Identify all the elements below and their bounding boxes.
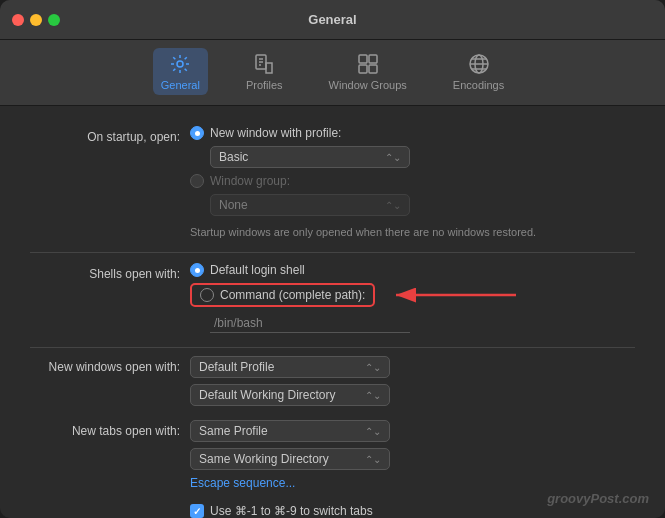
window-group-select-label: None xyxy=(219,198,248,212)
new-windows-dir-arrow: ⌃⌄ xyxy=(365,390,381,401)
window-group-select[interactable]: None ⌃⌄ xyxy=(210,194,410,216)
new-windows-dir-label: Default Working Directory xyxy=(199,388,336,402)
shells-controls: Default login shell Command (complete pa… xyxy=(190,263,635,333)
new-windows-controls: Default Profile ⌃⌄ Default Working Direc… xyxy=(190,356,635,406)
escape-sequence-link[interactable]: Escape sequence... xyxy=(190,476,635,490)
window-group-select-container: None ⌃⌄ xyxy=(190,194,635,216)
profile-select-label: Basic xyxy=(219,150,248,164)
command-path-container xyxy=(190,313,635,333)
startup-row: On startup, open: New window with profil… xyxy=(30,126,635,238)
new-tabs-label: New tabs open with: xyxy=(30,420,190,438)
new-windows-profile-arrow: ⌃⌄ xyxy=(365,362,381,373)
profiles-icon xyxy=(252,52,276,76)
default-login-radio[interactable] xyxy=(190,263,204,277)
red-arrow-icon xyxy=(386,280,526,310)
profile-select-arrow: ⌃⌄ xyxy=(385,152,401,163)
command-row: Command (complete path): xyxy=(190,283,635,307)
divider-2 xyxy=(30,347,635,348)
svg-rect-7 xyxy=(359,65,367,73)
new-tabs-dir-select[interactable]: Same Working Directory ⌃⌄ xyxy=(190,448,390,470)
shells-row: Shells open with: Default login shell Co… xyxy=(30,263,635,333)
tab-encodings-label: Encodings xyxy=(453,79,504,91)
encodings-icon xyxy=(467,52,491,76)
window-groups-icon xyxy=(356,52,380,76)
command-radio[interactable] xyxy=(200,288,214,302)
new-tabs-dir-label: Same Working Directory xyxy=(199,452,329,466)
startup-hint: Startup windows are only opened when the… xyxy=(190,226,570,238)
new-windows-label: New windows open with: xyxy=(30,356,190,374)
new-tabs-profile-select[interactable]: Same Profile ⌃⌄ xyxy=(190,420,390,442)
window-group-select-arrow: ⌃⌄ xyxy=(385,200,401,211)
svg-rect-8 xyxy=(369,65,377,73)
profile-select[interactable]: Basic ⌃⌄ xyxy=(210,146,410,168)
general-icon xyxy=(168,52,192,76)
minimize-button[interactable] xyxy=(30,14,42,26)
new-window-radio[interactable] xyxy=(190,126,204,140)
command-highlight-box: Command (complete path): xyxy=(190,283,375,307)
startup-label: On startup, open: xyxy=(30,126,190,144)
new-tabs-dir-arrow: ⌃⌄ xyxy=(365,454,381,465)
switch-tabs-label: Use ⌘-1 to ⌘-9 to switch tabs xyxy=(210,504,373,518)
svg-rect-6 xyxy=(369,55,377,63)
shells-label: Shells open with: xyxy=(30,263,190,281)
maximize-button[interactable] xyxy=(48,14,60,26)
startup-controls: New window with profile: Basic ⌃⌄ Window… xyxy=(190,126,635,238)
svg-rect-5 xyxy=(359,55,367,63)
titlebar: General xyxy=(0,0,665,40)
switch-tabs-empty-label xyxy=(30,504,190,508)
profile-select-container: Basic ⌃⌄ xyxy=(190,146,635,168)
tab-window-groups-label: Window Groups xyxy=(329,79,407,91)
content-area: On startup, open: New window with profil… xyxy=(0,106,665,518)
new-tabs-row: New tabs open with: Same Profile ⌃⌄ Same… xyxy=(30,420,635,490)
close-button[interactable] xyxy=(12,14,24,26)
new-windows-dir-select[interactable]: Default Working Directory ⌃⌄ xyxy=(190,384,390,406)
new-tabs-controls: Same Profile ⌃⌄ Same Working Directory ⌃… xyxy=(190,420,635,490)
toolbar: General Profiles xyxy=(0,40,665,106)
switch-tabs-checkbox[interactable] xyxy=(190,504,204,518)
new-window-option[interactable]: New window with profile: xyxy=(190,126,635,140)
new-windows-row: New windows open with: Default Profile ⌃… xyxy=(30,356,635,406)
tab-encodings[interactable]: Encodings xyxy=(445,48,512,95)
divider-1 xyxy=(30,252,635,253)
new-tabs-profile-label: Same Profile xyxy=(199,424,268,438)
new-windows-profile-label: Default Profile xyxy=(199,360,274,374)
tab-general-label: General xyxy=(161,79,200,91)
default-login-option[interactable]: Default login shell xyxy=(190,263,635,277)
switch-tabs-checkbox-row: Use ⌘-1 to ⌘-9 to switch tabs xyxy=(190,504,373,518)
window-group-label: Window group: xyxy=(210,174,290,188)
tab-profiles[interactable]: Profiles xyxy=(238,48,291,95)
main-window: General General Profiles xyxy=(0,0,665,518)
command-label: Command (complete path): xyxy=(220,288,365,302)
new-window-label: New window with profile: xyxy=(210,126,341,140)
tab-window-groups[interactable]: Window Groups xyxy=(321,48,415,95)
tab-general[interactable]: General xyxy=(153,48,208,95)
window-group-radio[interactable] xyxy=(190,174,204,188)
watermark: groovyPost.com xyxy=(547,491,649,506)
default-login-label: Default login shell xyxy=(210,263,305,277)
new-tabs-profile-arrow: ⌃⌄ xyxy=(365,426,381,437)
traffic-lights xyxy=(12,14,60,26)
new-windows-profile-select[interactable]: Default Profile ⌃⌄ xyxy=(190,356,390,378)
switch-tabs-row: Use ⌘-1 to ⌘-9 to switch tabs xyxy=(30,504,635,518)
command-path-input[interactable] xyxy=(210,314,410,333)
window-title: General xyxy=(308,12,356,27)
window-group-option[interactable]: Window group: xyxy=(190,174,635,188)
tab-profiles-label: Profiles xyxy=(246,79,283,91)
svg-point-0 xyxy=(177,61,183,67)
